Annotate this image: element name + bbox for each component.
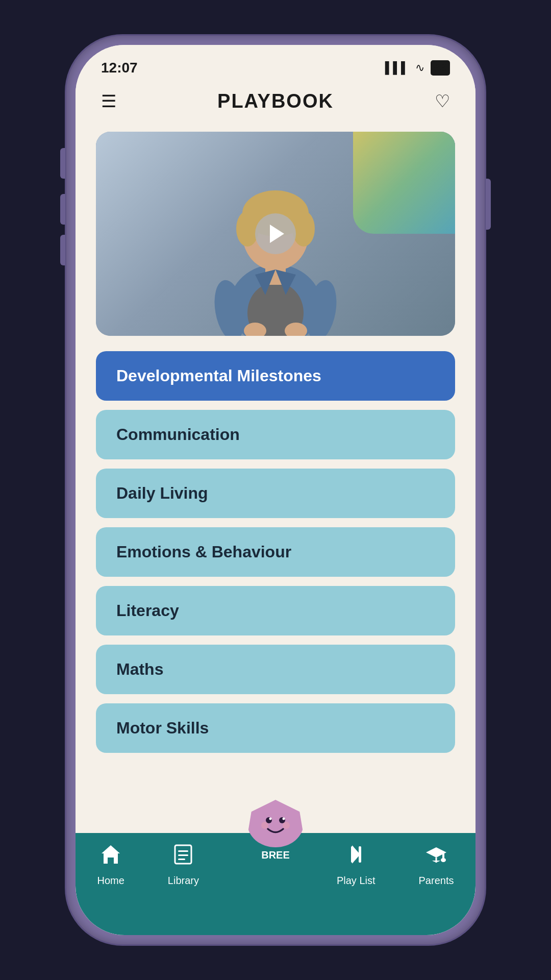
heart-icon[interactable]: ♡ <box>435 91 450 111</box>
svg-rect-22 <box>178 854 188 856</box>
play-triangle-icon <box>270 225 284 243</box>
svg-rect-25 <box>351 846 354 863</box>
home-icon <box>99 843 122 871</box>
wifi-icon: ∿ <box>415 61 424 75</box>
nav-item-playlist[interactable]: Play List <box>332 843 381 887</box>
nav-item-parents[interactable]: Parents <box>414 843 459 887</box>
category-btn-literacy[interactable]: Literacy <box>96 586 455 635</box>
status-bar: 12:07 ▌▌▌ ∿ 66 <box>76 45 475 81</box>
nav-label-parents: Parents <box>419 875 454 887</box>
nav-label-playlist: Play List <box>337 875 375 887</box>
svg-rect-23 <box>178 859 185 860</box>
category-btn-maths[interactable]: Maths <box>96 645 455 694</box>
bottom-nav: BREE Home <box>76 833 475 935</box>
svg-point-5 <box>292 211 315 247</box>
bree-mascot[interactable]: BREE <box>245 800 306 861</box>
status-time: 12:07 <box>101 60 138 76</box>
bree-blob <box>247 800 304 847</box>
bree-face-svg <box>258 806 293 842</box>
svg-rect-26 <box>359 846 361 863</box>
nav-item-home[interactable]: Home <box>92 843 129 887</box>
svg-marker-19 <box>102 845 120 864</box>
playlist-icon <box>345 843 367 871</box>
nav-label-library: Library <box>168 875 199 887</box>
category-btn-daily-living[interactable]: Daily Living <box>96 469 455 518</box>
video-thumbnail[interactable] <box>96 132 455 336</box>
nav-item-library[interactable]: Library <box>163 843 204 887</box>
category-btn-emotions-behaviour[interactable]: Emotions & Behaviour <box>96 527 455 577</box>
nav-label-home: Home <box>97 875 124 887</box>
svg-point-15 <box>269 817 272 820</box>
svg-rect-21 <box>178 850 188 852</box>
svg-point-16 <box>283 817 285 820</box>
signal-icon: ▌▌▌ <box>385 61 409 75</box>
play-button[interactable] <box>255 213 296 254</box>
svg-point-18 <box>283 822 290 829</box>
category-btn-communication[interactable]: Communication <box>96 410 455 459</box>
app-title: PLAYBOOK <box>217 90 334 112</box>
bree-label: BREE <box>261 849 290 861</box>
video-artwork <box>353 132 455 234</box>
content-area: Developmental Milestones Communication D… <box>76 121 475 833</box>
svg-point-29 <box>441 858 446 862</box>
parents-icon <box>425 843 447 871</box>
svg-point-17 <box>261 822 268 829</box>
app-header: ☰ PLAYBOOK ♡ <box>76 81 475 121</box>
category-btn-motor-skills[interactable]: Motor Skills <box>96 703 455 753</box>
library-icon <box>172 843 194 871</box>
battery-icon: 66 <box>431 60 450 76</box>
menu-icon[interactable]: ☰ <box>101 91 116 111</box>
category-btn-developmental-milestones[interactable]: Developmental Milestones <box>96 351 455 401</box>
status-icons: ▌▌▌ ∿ 66 <box>385 60 450 76</box>
